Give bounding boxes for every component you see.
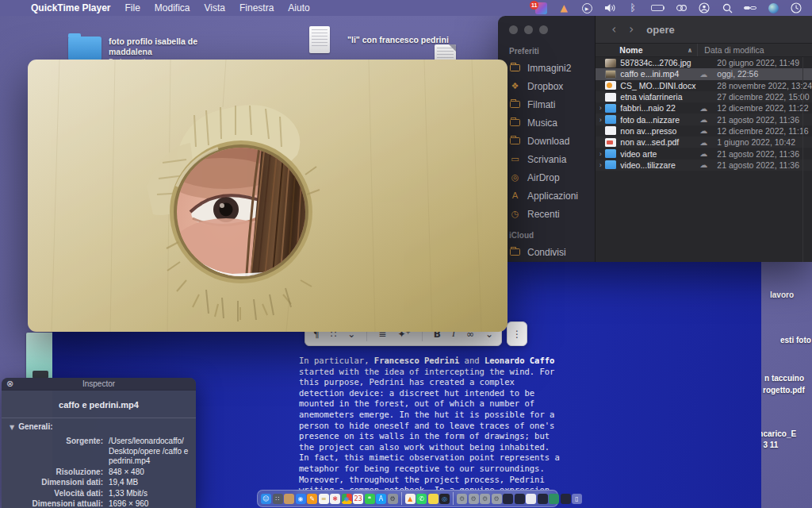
- dock-item-pencil-app[interactable]: ✎: [307, 494, 317, 504]
- inspector-section-general[interactable]: ▼Generali:: [2, 418, 196, 433]
- table-row[interactable]: ›video...tilizzare☁21 agosto 2022, 11:36: [596, 160, 812, 171]
- dock-item-calendar[interactable]: 23: [353, 494, 363, 504]
- disclosure-icon[interactable]: ›: [596, 161, 605, 169]
- inspector-field-label: Dimensioni attuali:: [2, 499, 103, 508]
- sidebar-item-musica[interactable]: Musica: [498, 114, 595, 132]
- sidebar-glyph-icon: ▭: [509, 154, 521, 164]
- dock-item-messages[interactable]: ❝: [365, 494, 375, 504]
- sidebar-item-filmati[interactable]: Filmati: [498, 95, 595, 114]
- dock-item-app-store[interactable]: A: [376, 494, 386, 504]
- dock-item-archive-app-1[interactable]: ⚙: [457, 494, 467, 504]
- dock-item-safari[interactable]: ◉: [296, 494, 306, 504]
- minimize-button[interactable]: [524, 25, 533, 34]
- document-icon[interactable]: [309, 26, 330, 53]
- desktop-icon-doc1[interactable]: "li" con francesco pedrini: [309, 26, 449, 53]
- battery-icon[interactable]: [649, 2, 665, 13]
- zoom-button[interactable]: [539, 25, 548, 34]
- dock-item-whatsapp[interactable]: ✆: [416, 494, 427, 504]
- file-name: 587834c...2706.jpg: [620, 58, 697, 67]
- search-icon[interactable]: [721, 2, 733, 13]
- table-row[interactable]: ›video arte☁21 agosto 2022, 11:36: [596, 148, 812, 159]
- vlc-cone-icon[interactable]: ▲: [557, 2, 570, 13]
- disclosure-icon[interactable]: ›: [596, 104, 605, 112]
- dock-item-minimized-window-4[interactable]: [538, 494, 548, 504]
- dock-item-finder[interactable]: ☺: [261, 494, 271, 504]
- column-header-name[interactable]: Nome ∧: [596, 45, 697, 55]
- file-date: 21 agosto 2022, 11:36: [710, 149, 799, 159]
- table-row[interactable]: etna viafarrineria27 dicembre 2022, 15:0…: [596, 91, 812, 102]
- table-row[interactable]: CS_ MO...DINI.docx28 novembre 2022, 13:2…: [596, 80, 812, 91]
- user-icon[interactable]: [698, 2, 710, 13]
- finder-window-title: opere: [646, 24, 674, 36]
- menu-item-aiuto[interactable]: Aiuto: [281, 2, 316, 13]
- close-icon[interactable]: ⊗: [6, 379, 13, 388]
- table-row[interactable]: ›foto da...nizzare☁21 agosto 2022, 11:36: [596, 114, 812, 125]
- dock-item-tan-app[interactable]: [284, 494, 294, 504]
- sidebar-item-recenti[interactable]: ◷Recenti: [498, 205, 595, 223]
- desktop-image-thumbnail[interactable]: [26, 333, 56, 380]
- dock-item-chrome[interactable]: ◉: [342, 494, 352, 504]
- dock-item-trash[interactable]: ▯: [572, 494, 582, 504]
- table-row[interactable]: ›fabbri...naio 22☁12 dicembre 2022, 11:2…: [596, 102, 812, 114]
- forward-button[interactable]: ›: [624, 22, 638, 37]
- table-row[interactable]: 587834c...2706.jpg20 giugno 2022, 11:49: [596, 57, 812, 68]
- dock-item-archive-app-2[interactable]: ⚙: [469, 494, 479, 504]
- more-options-button[interactable]: ⋮: [507, 321, 527, 346]
- inspector-panel[interactable]: ⊗ Inspector caffo e pedrini.mp4 ▼General…: [2, 378, 196, 508]
- dock-item-minimized-window-3[interactable]: [526, 494, 536, 504]
- toggle-icon[interactable]: [744, 2, 756, 13]
- document-line: In particular, Francesco Pedrini and Leo…: [299, 356, 561, 367]
- inspector-field-value: 19,4 MB: [109, 478, 191, 488]
- table-row[interactable]: non av...sed.pdf☁1 giugno 2022, 10:42: [596, 137, 812, 148]
- dock-item-vlc[interactable]: ▲: [405, 494, 416, 504]
- desktop-icon-label: rogetto.pdf: [763, 386, 805, 394]
- disclosure-icon[interactable]: ›: [596, 116, 605, 124]
- close-button[interactable]: [509, 25, 518, 34]
- app-menu-title[interactable]: QuickTime Player: [24, 2, 118, 13]
- sidebar-item-applicazioni[interactable]: AApplicazioni: [498, 187, 595, 205]
- sidebar-item-download[interactable]: Download: [498, 132, 595, 150]
- dock-item-archive-app-4[interactable]: ⚙: [492, 494, 502, 504]
- menu-item-modifica[interactable]: Modifica: [147, 2, 197, 13]
- dock-item-photos[interactable]: ✱: [330, 494, 340, 504]
- bluetooth-icon[interactable]: ᛒ: [626, 2, 639, 13]
- menu-item-vista[interactable]: Vista: [197, 2, 232, 13]
- dock-item-minimized-window-1[interactable]: [503, 494, 513, 504]
- volume-icon[interactable]: [603, 2, 616, 13]
- dock-item-dark-blue-app[interactable]: ◎: [439, 494, 450, 504]
- table-row[interactable]: caffo e...ini.mp4☁oggi, 22:56: [596, 68, 812, 79]
- window-controls[interactable]: [498, 22, 595, 45]
- sidebar-item-dropbox[interactable]: ❖Dropbox: [498, 77, 595, 95]
- notification-app-icon[interactable]: 11: [534, 2, 547, 13]
- dock-item-notes[interactable]: ≡: [319, 494, 329, 504]
- back-button[interactable]: ‹: [607, 22, 621, 37]
- quicktime-video-window[interactable]: [28, 60, 508, 332]
- play-circle-icon[interactable]: ▶: [580, 2, 593, 13]
- menu-item-file[interactable]: File: [118, 2, 147, 13]
- sidebar-item-airdrop[interactable]: ◎AirDrop: [498, 168, 595, 187]
- menu-item-finestra[interactable]: Finestra: [232, 2, 281, 13]
- dock-item-system-settings[interactable]: ⚙: [388, 494, 398, 504]
- link-icon[interactable]: [675, 2, 688, 13]
- file-date: 12 dicembre 2022, 11:22: [710, 103, 808, 113]
- dock-item-minimized-window-5[interactable]: [549, 494, 559, 504]
- file-type-icon-docx: [605, 81, 616, 90]
- sidebar-item-condivisi[interactable]: Condivisi: [498, 243, 595, 261]
- dock-item-archive-app-3[interactable]: ⚙: [480, 494, 490, 504]
- dock-item-launchpad[interactable]: ∷: [273, 494, 283, 504]
- folder-icon[interactable]: [68, 37, 102, 60]
- document-body-text[interactable]: In particular, Francesco Pedrini and Leo…: [299, 356, 561, 496]
- globe-icon[interactable]: [767, 2, 779, 13]
- sidebar-item-immagini2[interactable]: Immagini2: [498, 59, 595, 77]
- table-row[interactable]: non av...presso☁12 dicembre 2022, 11:16: [596, 125, 812, 137]
- sidebar-glyph-icon: ❖: [509, 81, 521, 91]
- finder-window[interactable]: Preferiti Immagini2❖DropboxFilmatiMusica…: [498, 16, 812, 262]
- folder-icon: [509, 101, 521, 108]
- dock-item-minimized-window-2[interactable]: [515, 494, 525, 504]
- clock-icon[interactable]: [790, 2, 802, 13]
- sidebar-item-scrivania[interactable]: ▭Scrivania: [498, 150, 595, 168]
- dock-item-stickies[interactable]: [428, 494, 439, 504]
- column-header-date[interactable]: Data di modifica: [698, 45, 812, 55]
- disclosure-icon[interactable]: ›: [596, 150, 605, 158]
- dock-item-minimized-window-6[interactable]: [561, 494, 571, 504]
